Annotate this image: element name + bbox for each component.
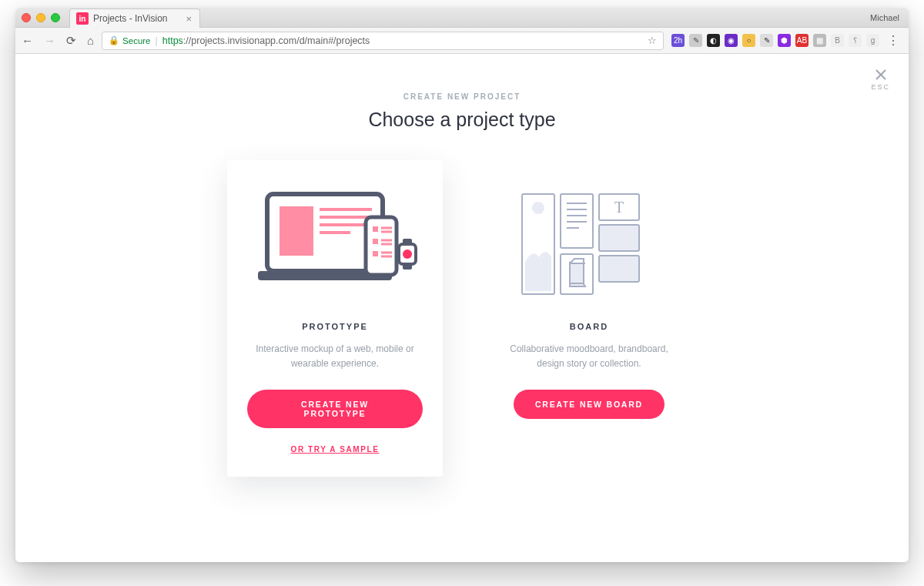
address-bar: ← → ⟳ ⌂ 🔒 Secure | https://projects.invi… — [15, 28, 909, 54]
extension-icon[interactable]: ✎ — [760, 34, 773, 47]
esc-label: ESC — [871, 83, 890, 91]
card-description: Interactive mockup of a web, mobile or w… — [247, 342, 423, 371]
extension-icon[interactable]: ▦ — [813, 34, 826, 47]
invision-favicon: in — [76, 12, 89, 25]
svg-rect-10 — [373, 226, 378, 232]
card-title: PROTOTYPE — [247, 322, 423, 331]
window-minimize-button[interactable] — [36, 13, 45, 22]
lock-icon: 🔒 — [109, 35, 119, 45]
svg-text:T: T — [614, 199, 624, 216]
extension-icon[interactable]: ⬢ — [778, 34, 791, 47]
page-title: Choose a project type — [131, 109, 793, 131]
extension-icon[interactable]: ⸮ — [849, 34, 862, 47]
url-host: ://projects.invisionapp.com — [183, 35, 296, 46]
nav-home-icon[interactable]: ⌂ — [87, 34, 94, 47]
create-board-button[interactable]: CREATE NEW BOARD — [514, 390, 665, 419]
window-controls — [22, 13, 60, 22]
eyebrow-label: CREATE NEW PROJECT — [131, 92, 793, 101]
extension-icon[interactable]: g — [866, 34, 879, 47]
url-scheme: https — [162, 35, 183, 46]
secure-label: Secure — [122, 36, 150, 45]
svg-rect-9 — [366, 217, 397, 275]
card-prototype[interactable]: PROTOTYPE Interactive mockup of a web, m… — [227, 160, 443, 477]
create-prototype-button[interactable]: CREATE NEW PROTOTYPE — [247, 390, 423, 428]
card-title: BOARD — [501, 322, 677, 331]
extension-icon[interactable]: ○ — [742, 34, 755, 47]
url-field[interactable]: 🔒 Secure | https://projects.invisionapp.… — [102, 32, 664, 50]
window-close-button[interactable] — [22, 13, 31, 22]
extension-icon[interactable]: AB — [795, 34, 808, 47]
svg-rect-13 — [373, 239, 378, 244]
svg-rect-32 — [570, 263, 584, 283]
svg-rect-4 — [280, 206, 313, 256]
svg-point-24 — [532, 202, 544, 214]
card-description: Collaborative moodboard, brandboard, des… — [501, 342, 677, 371]
window-zoom-button[interactable] — [51, 13, 60, 22]
extension-icon[interactable]: ✎ — [689, 34, 702, 47]
svg-rect-35 — [599, 225, 639, 251]
nav-back-icon[interactable]: ← — [22, 34, 33, 47]
extension-icon[interactable]: 2h — [671, 34, 685, 47]
card-board[interactable]: T BOARD Collaborative moodboard, brandbo… — [481, 160, 697, 442]
nav-forward-icon[interactable]: → — [44, 34, 55, 47]
page-content: ESC CREATE NEW PROJECT Choose a project … — [15, 54, 909, 562]
browser-tab[interactable]: in Projects - InVision × — [69, 8, 200, 28]
svg-point-22 — [403, 249, 412, 259]
svg-rect-36 — [599, 256, 639, 282]
extension-icon[interactable]: B — [831, 34, 844, 47]
tab-close-icon[interactable]: × — [186, 13, 192, 25]
try-sample-link[interactable]: OR TRY A SAMPLE — [247, 445, 423, 454]
svg-rect-21 — [403, 264, 412, 270]
extension-icon[interactable]: ◐ — [707, 34, 720, 47]
board-illustration: T — [501, 186, 677, 302]
close-modal-button[interactable]: ESC — [871, 68, 890, 91]
prototype-illustration — [247, 186, 423, 302]
secure-badge: 🔒 Secure — [109, 35, 150, 45]
profile-user-label[interactable]: Michael — [870, 13, 899, 22]
project-type-cards: PROTOTYPE Interactive mockup of a web, m… — [131, 160, 793, 477]
url-path: /d/main#/projects — [296, 35, 370, 46]
close-icon — [874, 68, 888, 82]
extension-icons: 2h ✎ ◐ ◉ ○ ✎ ⬢ AB ▦ B ⸮ g ⋮ — [671, 33, 902, 48]
bookmark-star-icon[interactable]: ☆ — [648, 35, 657, 46]
tab-title: Projects - InVision — [93, 13, 168, 24]
titlebar: in Projects - InVision × Michael — [15, 8, 909, 28]
extension-icon[interactable]: ◉ — [725, 34, 738, 47]
svg-rect-20 — [403, 239, 412, 244]
svg-rect-16 — [373, 251, 378, 256]
browser-window: in Projects - InVision × Michael ← → ⟳ ⌂… — [15, 8, 909, 562]
browser-menu-icon[interactable]: ⋮ — [884, 33, 902, 48]
nav-reload-icon[interactable]: ⟳ — [66, 34, 76, 48]
